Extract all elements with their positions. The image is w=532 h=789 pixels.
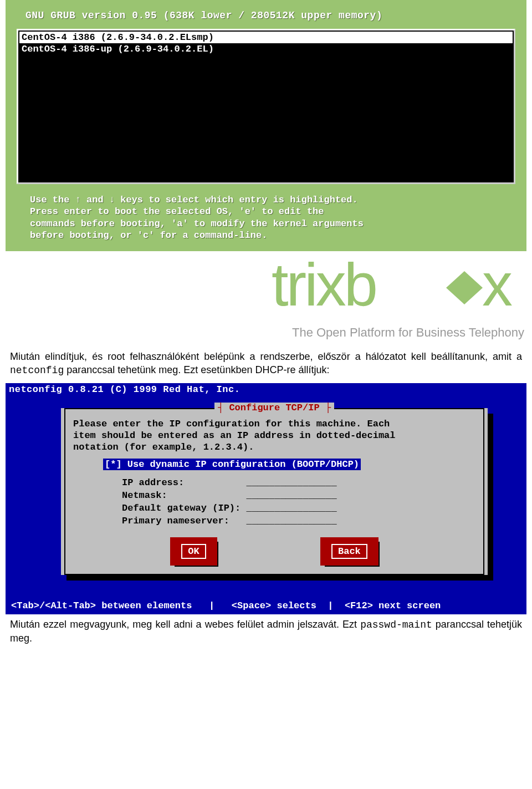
netconfig-ok-button[interactable]: OK [172, 539, 215, 564]
doc-p1-text-a: Miután elindítjuk, és root felhasználóké… [10, 351, 522, 362]
netconfig-field-ip[interactable]: IP address: ________________ [122, 477, 480, 490]
netconfig-dhcp-checkbox[interactable]: [*] Use dynamic IP configuration (BOOTP/… [103, 459, 361, 470]
netconfig-back-button[interactable]: Back [322, 539, 377, 564]
netconfig-instructions: Please enter the IP configuration for th… [69, 413, 480, 454]
grub-entry-selected[interactable]: CentOS-4 i386 (2.6.9-34.0.2.ELsmp) [19, 32, 513, 43]
doc-p1-command: netconfig [10, 365, 64, 376]
netconfig-field-netmask[interactable]: Netmask: ________________ [122, 490, 480, 502]
doc-p2-command: passwd-maint [360, 619, 432, 630]
doc-paragraph-1: Miután elindítjuk, és root felhasználóké… [0, 347, 532, 383]
doc-p1-text-b: paranccsal tehetünk meg. Ezt esetünkben … [64, 364, 329, 375]
doc-p2-text-a: Miután ezzel megvagyunk, meg kell adni a… [10, 619, 360, 630]
netconfig-dialog-title: ┤ Configure TCP/IP ├ [214, 403, 334, 413]
grub-scroll-indicator [508, 32, 513, 42]
netconfig-header: netconfig 0.8.21 (C) 1999 Red Hat, Inc. [6, 383, 526, 405]
svg-text:trixb: trixb [272, 256, 376, 318]
netconfig-footer-hints: <Tab>/<Alt-Tab> between elements | <Spac… [6, 578, 526, 612]
grub-menu-box: CentOS-4 i386 (2.6.9-34.0.2.ELsmp) CentO… [17, 29, 515, 184]
trixbox-logo: trixb x [0, 251, 532, 324]
netconfig-screenshot: netconfig 0.8.21 (C) 1999 Red Hat, Inc. … [6, 383, 526, 615]
grub-screenshot: GNU GRUB version 0.95 (638K lower / 2805… [6, 0, 526, 251]
netconfig-field-dns[interactable]: Primary nameserver: ________________ [122, 515, 480, 528]
grub-title: GNU GRUB version 0.95 (638K lower / 2805… [11, 6, 521, 29]
netconfig-field-gateway[interactable]: Default gateway (IP): ________________ [122, 502, 480, 515]
svg-text:x: x [482, 256, 513, 318]
svg-marker-1 [446, 271, 483, 304]
doc-paragraph-2: Miután ezzel megvagyunk, meg kell adni a… [0, 614, 532, 651]
grub-help-text: Use the ↑ and ↓ keys to select which ent… [11, 184, 521, 243]
trixbox-tagline: The Open Platform for Business Telephony [0, 324, 532, 347]
netconfig-dialog: ┤ Configure TCP/IP ├ Please enter the IP… [61, 408, 488, 576]
grub-entry[interactable]: CentOS-4 i386-up (2.6.9-34.0.2.EL) [19, 43, 513, 55]
netconfig-fields: IP address: ________________ Netmask: __… [69, 474, 480, 533]
